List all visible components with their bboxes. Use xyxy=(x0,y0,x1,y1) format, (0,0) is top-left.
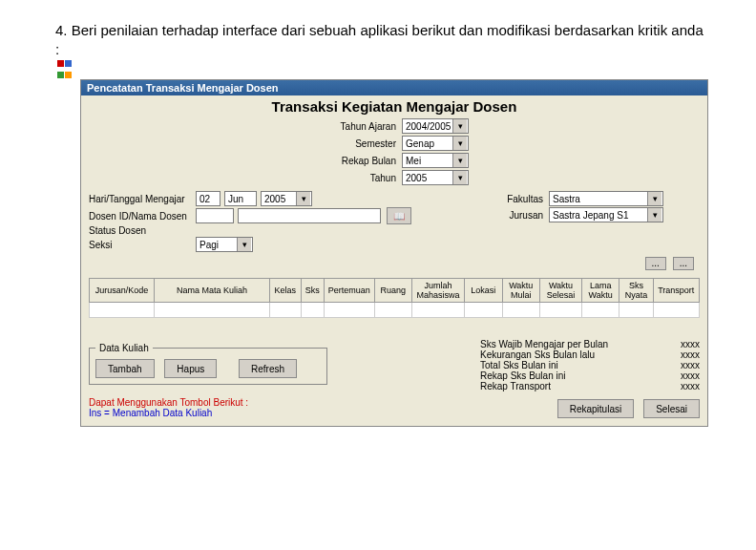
dosen-label: Dosen ID/Nama Dosen xyxy=(89,211,196,222)
window-titlebar: Pencatatan Transaksi Mengajar Dosen xyxy=(81,80,707,95)
dosen-id-input[interactable] xyxy=(196,208,234,223)
rekap-bulan-select[interactable]: Mei xyxy=(402,153,469,168)
tahun-label: Tahun xyxy=(320,173,396,183)
status-dosen-label: Status Dosen xyxy=(89,225,196,236)
refresh-button[interactable]: Refresh xyxy=(239,359,297,378)
col-sks-nyata: Sks Nyata xyxy=(620,279,653,303)
hapus-button[interactable]: Hapus xyxy=(164,359,217,378)
lookup-dosen-button[interactable]: 📖 xyxy=(387,207,411,224)
slide-bullet-icon xyxy=(57,57,74,74)
fakultas-select[interactable]: Sastra xyxy=(549,191,663,206)
hari-month-input[interactable]: Jun xyxy=(224,191,257,206)
tahun-select[interactable]: 2005 xyxy=(402,170,469,185)
course-table: Jurusan/Kode Nama Mata Kuliah Kelas Sks … xyxy=(89,278,700,318)
selesai-button[interactable]: Selesai xyxy=(643,399,700,418)
data-kuliah-group: Data Kuliah Tambah Hapus Refresh xyxy=(89,343,327,385)
col-ruang: Ruang xyxy=(374,279,412,303)
jurusan-select[interactable]: Sastra Jepang S1 xyxy=(549,207,663,222)
hari-day-input[interactable]: 02 xyxy=(196,191,220,206)
semester-label: Semester xyxy=(320,138,396,149)
col-jurusan-kode: Jurusan/Kode xyxy=(90,279,155,303)
summary-rekap-sks-value: xxxx xyxy=(681,370,700,381)
hari-label: Hari/Tanggal Mengajar xyxy=(89,194,196,204)
semester-select[interactable]: Genap xyxy=(402,136,469,151)
col-kelas: Kelas xyxy=(269,279,301,303)
summary-rekap-sks-label: Rekap Sks Bulan ini xyxy=(480,370,566,381)
summary-sks-wajib-value: xxxx xyxy=(681,339,700,349)
summary-kekurangan-value: xxxx xyxy=(681,349,700,360)
summary-rekap-transport-label: Rekap Transport xyxy=(480,381,551,391)
summary-rekap-transport-value: xxxx xyxy=(681,381,700,391)
page-title: Transaksi Kegiatan Mengajar Dosen xyxy=(81,95,707,116)
col-pertemuan: Pertemuan xyxy=(324,279,374,303)
col-lokasi: Lokasi xyxy=(465,279,503,303)
col-sks: Sks xyxy=(301,279,324,303)
summary-kekurangan-label: Kekurangan Sks Bulan lalu xyxy=(480,349,595,360)
tahun-ajaran-select[interactable]: 2004/2005 xyxy=(402,118,469,134)
book-icon: 📖 xyxy=(393,211,405,222)
seksi-select[interactable]: Pagi xyxy=(196,237,253,252)
col-transport: Transport xyxy=(653,279,699,303)
hint-line-2: Ins = Menambah Data Kuliah xyxy=(89,408,248,418)
col-waktu-selesai: Waktu Selesai xyxy=(540,279,582,303)
tahun-ajaran-label: Tahun Ajaran xyxy=(320,121,396,132)
jurusan-label: Jurusan xyxy=(490,210,543,221)
pager-next-button[interactable]: ... xyxy=(673,257,694,270)
col-waktu-mulai: Waktu Mulai xyxy=(502,279,540,303)
summary-block: Sks Wajib Mengajar per Bulanxxxx Kekuran… xyxy=(480,339,700,391)
summary-total-sks-label: Total Sks Bulan ini xyxy=(480,360,558,370)
summary-sks-wajib-label: Sks Wajib Mengajar per Bulan xyxy=(480,339,608,349)
data-kuliah-legend: Data Kuliah xyxy=(95,343,153,353)
hari-year-select[interactable]: 2005 xyxy=(261,191,312,206)
col-lama-waktu: Lama Waktu xyxy=(581,279,620,303)
rekapitulasi-button[interactable]: Rekapitulasi xyxy=(557,399,634,418)
pager-prev-button[interactable]: ... xyxy=(645,257,666,270)
question-text: 4. Beri penilaian terhadap interface dar… xyxy=(55,21,704,58)
rekap-bulan-label: Rekap Bulan xyxy=(320,156,396,166)
summary-total-sks-value: xxxx xyxy=(681,360,700,370)
hint-line-1: Dapat Menggunakan Tombol Berikut : xyxy=(89,397,248,408)
tambah-button[interactable]: Tambah xyxy=(95,359,155,378)
col-jumlah-mhs: Jumlah Mahasiswa xyxy=(412,279,465,303)
fakultas-label: Fakultas xyxy=(490,194,543,204)
col-nama-mk: Nama Mata Kuliah xyxy=(155,279,270,303)
dosen-nama-input[interactable] xyxy=(238,208,381,223)
table-header-row: Jurusan/Kode Nama Mata Kuliah Kelas Sks … xyxy=(90,279,700,303)
seksi-label: Seksi xyxy=(89,240,196,250)
app-window: Pencatatan Transaksi Mengajar Dosen Tran… xyxy=(80,79,708,427)
table-row[interactable] xyxy=(90,303,700,318)
